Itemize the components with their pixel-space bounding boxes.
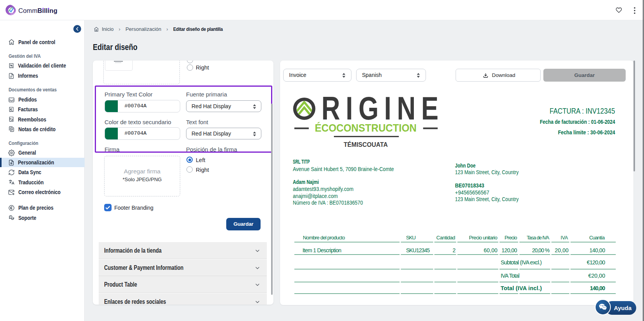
svg-text:FACTURA : INV12345: FACTURA : INV12345 bbox=[550, 106, 615, 115]
svg-text:IVA Total: IVA Total bbox=[501, 273, 520, 279]
svg-text:anajmi@itplace.com: anajmi@itplace.com bbox=[293, 193, 338, 199]
svg-text:Tasa de IVA: Tasa de IVA bbox=[527, 235, 549, 241]
svg-text:123 Main Street, City, Country: 123 Main Street, City, Country bbox=[455, 169, 519, 175]
svg-text:140,00: 140,00 bbox=[590, 285, 605, 291]
svg-text:+94565656567: +94565656567 bbox=[455, 189, 490, 196]
svg-text:SKU: SKU bbox=[406, 235, 416, 241]
svg-text:ÉCOCONSTRUCTION: ÉCOCONSTRUCTION bbox=[315, 122, 417, 134]
svg-text:Nombre del producto: Nombre del producto bbox=[303, 235, 345, 241]
svg-text:adamtest93.myshopify.com: adamtest93.myshopify.com bbox=[293, 186, 354, 192]
svg-text:€120,00: €120,00 bbox=[587, 259, 605, 266]
svg-text:SRL TITP: SRL TITP bbox=[293, 159, 310, 165]
svg-text:120,00: 120,00 bbox=[502, 247, 517, 253]
svg-text:John Doe: John Doe bbox=[455, 162, 476, 169]
svg-text:Precio unitario: Precio unitario bbox=[469, 235, 497, 241]
svg-text:Fecha de facturación : 01-06-2: Fecha de facturación : 01-06-2024 bbox=[540, 119, 615, 125]
svg-text:Adam Najmi: Adam Najmi bbox=[293, 179, 319, 185]
svg-text:TÉMISCOUATA: TÉMISCOUATA bbox=[344, 141, 388, 148]
svg-text:Subtotal (IVA excl.): Subtotal (IVA excl.) bbox=[501, 259, 542, 266]
svg-text:BE07018343: BE07018343 bbox=[455, 182, 484, 189]
svg-text:Item 1 Description: Item 1 Description bbox=[302, 247, 341, 253]
svg-text:SKU12345: SKU12345 bbox=[406, 247, 430, 253]
svg-text:Avenue Saint Hubert 5, 7090 Br: Avenue Saint Hubert 5, 7090 Braine-le-Co… bbox=[293, 166, 394, 172]
svg-text:€20,00: €20,00 bbox=[588, 273, 605, 279]
svg-text:20,00 %: 20,00 % bbox=[532, 247, 550, 253]
svg-text:60,00: 60,00 bbox=[484, 247, 498, 253]
svg-text:Precio: Precio bbox=[504, 235, 517, 241]
svg-text:Fecha límite : 30-06-2024: Fecha límite : 30-06-2024 bbox=[558, 129, 615, 136]
svg-text:123 Main Street, City, Country: 123 Main Street, City, Country bbox=[455, 196, 519, 202]
svg-text:Cantidad: Cantidad bbox=[436, 235, 456, 241]
svg-text:Total (IVA incl.): Total (IVA incl.) bbox=[501, 285, 542, 291]
svg-text:140,00: 140,00 bbox=[589, 247, 605, 253]
svg-text:20,00: 20,00 bbox=[555, 247, 569, 253]
svg-text:Número de IVA : BE0701836570: Número de IVA : BE0701836570 bbox=[293, 200, 363, 206]
svg-text:IVA: IVA bbox=[561, 235, 568, 241]
svg-text:Cuantía: Cuantía bbox=[589, 235, 605, 241]
svg-text:RIGINE: RIGINE bbox=[321, 90, 438, 127]
svg-text:2: 2 bbox=[452, 247, 456, 253]
